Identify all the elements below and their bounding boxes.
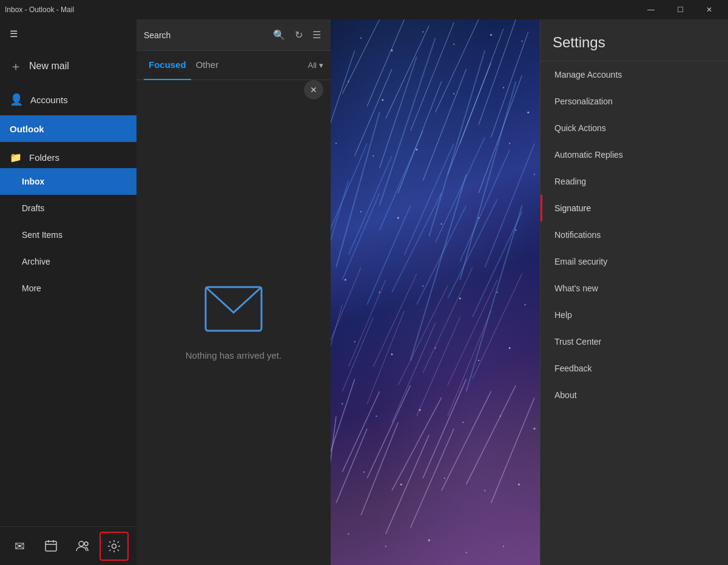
sidebar-item-archive[interactable]: Archive (0, 248, 136, 275)
svg-point-89 (515, 229, 516, 231)
svg-point-81 (372, 155, 374, 157)
empty-state-message: Nothing has arrived yet. (186, 350, 281, 360)
hamburger-button[interactable]: ☰ (0, 19, 136, 49)
svg-line-60 (361, 422, 398, 515)
search-bar: 🔍 ↻ ☰ (136, 19, 331, 51)
folder-list: InboxDraftsSent ItemsArchiveMore (0, 168, 136, 302)
svg-point-71 (422, 31, 423, 32)
window-title: Inbox - Outlook - Mail (5, 5, 74, 14)
svg-line-64 (429, 50, 485, 236)
svg-point-108 (400, 484, 402, 485)
settings-item-manage-accounts[interactable]: Manage Accounts (541, 61, 728, 88)
svg-line-37 (331, 268, 361, 342)
settings-item-notifications[interactable]: Notifications (541, 222, 728, 248)
svg-line-55 (442, 391, 491, 490)
empty-state: Nothing has arrived yet. (136, 80, 331, 565)
people-nav-button[interactable] (68, 532, 97, 561)
filter-button[interactable]: ☰ (310, 27, 323, 43)
settings-item-trust-center[interactable]: Trust Center (541, 328, 728, 355)
chevron-down-icon: ▾ (319, 61, 323, 70)
svg-point-109 (444, 478, 445, 479)
settings-item-quick-actions[interactable]: Quick Actions (541, 115, 728, 141)
window-controls: — ☐ ✕ (637, 0, 723, 19)
close-search-button[interactable]: ✕ (304, 80, 323, 100)
content-area (331, 19, 540, 565)
stars-decoration (331, 19, 540, 565)
tab-focused[interactable]: Focused (144, 51, 191, 80)
svg-point-73 (490, 34, 492, 36)
settings-item-about[interactable]: About (541, 382, 728, 408)
svg-line-31 (342, 193, 379, 280)
settings-item-feedback[interactable]: Feedback (541, 355, 728, 382)
svg-line-61 (386, 435, 430, 533)
svg-line-14 (479, 19, 516, 125)
svg-line-36 (473, 212, 522, 317)
maximize-button[interactable]: ☐ (666, 0, 694, 19)
settings-item-personalization[interactable]: Personalization (541, 88, 728, 115)
svg-line-29 (485, 143, 534, 267)
svg-rect-0 (46, 541, 56, 551)
settings-item-help[interactable]: Help (541, 302, 728, 328)
new-mail-label: New mail (29, 61, 69, 72)
svg-line-38 (348, 280, 385, 367)
svg-line-28 (460, 150, 510, 262)
svg-line-16 (491, 32, 528, 137)
svg-point-102 (376, 416, 377, 417)
svg-point-101 (342, 403, 343, 404)
hamburger-icon: ☰ (10, 29, 18, 39)
svg-line-49 (448, 311, 491, 416)
accounts-label: Accounts (30, 95, 68, 105)
svg-line-18 (380, 56, 417, 168)
close-button[interactable]: ✕ (695, 0, 723, 19)
sidebar-item-more[interactable]: More (0, 275, 136, 302)
svg-line-21 (448, 63, 491, 175)
tab-other[interactable]: Other (191, 51, 224, 80)
svg-point-96 (354, 341, 356, 342)
sidebar-item-drafts[interactable]: Drafts (0, 195, 136, 222)
active-account-label: Outlook (10, 124, 44, 134)
svg-point-113 (385, 546, 386, 547)
svg-line-11 (411, 22, 454, 131)
sidebar-item-sent[interactable]: Sent Items (0, 222, 136, 248)
svg-line-35 (448, 199, 497, 298)
settings-item-email-security[interactable]: Email security (541, 248, 728, 275)
settings-nav-button[interactable] (99, 532, 129, 561)
svg-line-42 (448, 280, 497, 385)
search-button[interactable]: 🔍 (271, 27, 288, 43)
new-mail-button[interactable]: ＋ New mail (0, 49, 136, 84)
tab-bar: Focused Other All ▾ (136, 51, 331, 80)
tab-filter[interactable]: All ▾ (308, 61, 323, 70)
svg-line-15 (331, 50, 355, 125)
search-input[interactable] (144, 30, 266, 40)
accounts-button[interactable]: 👤 Accounts (0, 84, 136, 115)
svg-point-75 (348, 81, 349, 82)
svg-line-53 (392, 398, 442, 490)
svg-point-86 (397, 217, 399, 218)
svg-line-56 (467, 385, 516, 484)
settings-item-signature[interactable]: Signature (541, 195, 728, 222)
svg-line-19 (398, 81, 442, 193)
svg-line-63 (380, 38, 436, 206)
svg-line-57 (491, 398, 534, 503)
active-account[interactable]: Outlook (0, 115, 136, 142)
sidebar: ☰ ＋ New mail 👤 Accounts Outlook 📁 Folder… (0, 19, 136, 565)
svg-line-22 (479, 75, 522, 193)
svg-line-44 (331, 305, 342, 348)
calendar-nav-button[interactable] (36, 532, 66, 561)
svg-line-67 (411, 174, 467, 360)
minimize-button[interactable]: — (637, 0, 665, 19)
settings-item-reading[interactable]: Reading (541, 168, 728, 195)
settings-item-automatic-replies[interactable]: Automatic Replies (541, 141, 728, 168)
svg-point-99 (478, 360, 479, 361)
svg-point-95 (525, 304, 526, 305)
mail-nav-button[interactable]: ✉ (5, 532, 34, 561)
sidebar-item-inbox[interactable]: Inbox (0, 168, 136, 195)
svg-point-85 (360, 211, 362, 212)
svg-point-4 (79, 541, 84, 546)
svg-point-83 (509, 143, 510, 144)
svg-line-10 (386, 25, 430, 118)
refresh-button[interactable]: ↻ (292, 27, 305, 43)
settings-item-whats-new[interactable]: What's new (541, 275, 728, 302)
svg-line-54 (423, 379, 467, 478)
svg-point-92 (422, 285, 423, 286)
